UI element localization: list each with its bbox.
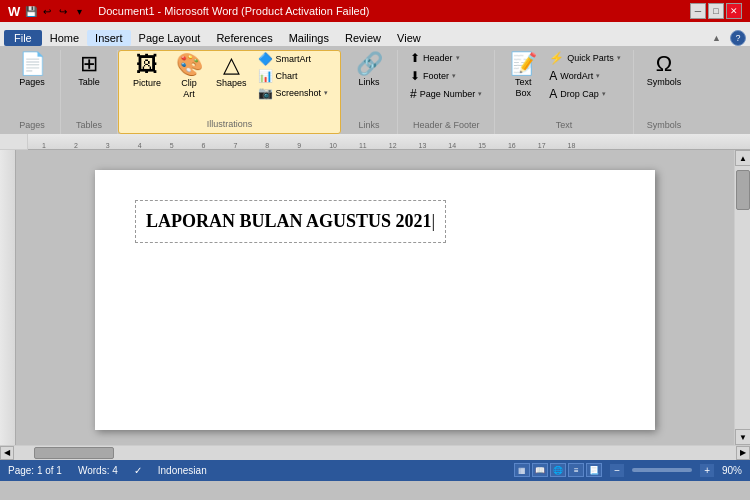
header-footer-group: ⬆ Header ▾ ⬇ Footer ▾ # Page Number ▾ He… xyxy=(398,50,495,134)
scrollbar-right-button[interactable]: ▶ xyxy=(736,446,750,460)
chart-button[interactable]: 📊 Chart xyxy=(254,68,333,84)
scrollbar-thumb[interactable] xyxy=(736,170,750,210)
textbox-button[interactable]: 📝 TextBox xyxy=(503,50,543,102)
scrollbar-up-button[interactable]: ▲ xyxy=(735,150,750,166)
screenshot-icon: 📷 xyxy=(258,86,273,100)
tab-page-layout[interactable]: Page Layout xyxy=(131,30,209,46)
vertical-ruler xyxy=(0,150,16,445)
scrollbar-h-thumb[interactable] xyxy=(34,447,114,459)
ribbon-tabs: File Home Insert Page Layout References … xyxy=(0,22,750,46)
restore-button[interactable]: □ xyxy=(708,3,724,19)
spell-check-icon: ✓ xyxy=(134,465,142,476)
tab-review[interactable]: Review xyxy=(337,30,389,46)
symbols-icon: Ω xyxy=(656,53,672,75)
footer-icon: ⬇ xyxy=(410,69,420,83)
tab-references[interactable]: References xyxy=(208,30,280,46)
tab-mailings[interactable]: Mailings xyxy=(281,30,337,46)
scrollbar-down-button[interactable]: ▼ xyxy=(735,429,750,445)
status-bar: Page: 1 of 1 Words: 4 ✓ Indonesian ▦ 📖 🌐… xyxy=(0,459,750,481)
file-menu[interactable]: File xyxy=(4,30,42,46)
dropcap-button[interactable]: A Drop Cap ▾ xyxy=(545,86,625,102)
illustrations-group: 🖼 Picture 🎨 ClipArt △ Shapes 🔷 SmartArt … xyxy=(118,50,341,134)
table-button[interactable]: ⊞ Table xyxy=(69,50,109,91)
redo-icon[interactable]: ↪ xyxy=(56,4,70,18)
zoom-slider[interactable] xyxy=(632,468,692,472)
horizontal-ruler: 1 2 3 4 5 6 7 8 9 10 11 12 13 14 15 16 1… xyxy=(28,134,750,150)
close-button[interactable]: ✕ xyxy=(726,3,742,19)
table-icon: ⊞ xyxy=(80,53,98,75)
shapes-button[interactable]: △ Shapes xyxy=(211,51,252,92)
tab-insert[interactable]: Insert xyxy=(87,30,131,46)
clipart-button[interactable]: 🎨 ClipArt xyxy=(169,51,209,103)
document-content[interactable]: LAPORAN BULAN AGUSTUS 2021 xyxy=(135,200,446,243)
links-group: 🔗 Links Links xyxy=(341,50,398,134)
chart-icon: 📊 xyxy=(258,69,273,83)
wordart-icon: A xyxy=(549,69,557,83)
quickparts-dropdown-arrow: ▾ xyxy=(617,54,621,62)
view-buttons: ▦ 📖 🌐 ≡ 📃 xyxy=(514,463,602,477)
pages-group-label: Pages xyxy=(19,120,45,130)
title-bar: W 💾 ↩ ↪ ▾ Document1 - Microsoft Word (Pr… xyxy=(0,0,750,22)
outline-button[interactable]: ≡ xyxy=(568,463,584,477)
ruler-corner xyxy=(0,134,28,150)
language[interactable]: Indonesian xyxy=(158,465,207,476)
undo-icon[interactable]: ↩ xyxy=(40,4,54,18)
footer-dropdown-arrow: ▾ xyxy=(452,72,456,80)
header-button[interactable]: ⬆ Header ▾ xyxy=(406,50,486,66)
help-icon[interactable]: ? xyxy=(730,30,746,46)
picture-button[interactable]: 🖼 Picture xyxy=(127,51,167,92)
pages-button[interactable]: 📄 Pages xyxy=(12,50,52,91)
document-page: LAPORAN BULAN AGUSTUS 2021 xyxy=(95,170,655,430)
save-icon[interactable]: 💾 xyxy=(24,4,38,18)
shapes-icon: △ xyxy=(223,54,240,76)
page-number-icon: # xyxy=(410,87,417,101)
minimize-button[interactable]: ─ xyxy=(690,3,706,19)
title-bar-left: W 💾 ↩ ↪ ▾ Document1 - Microsoft Word (Pr… xyxy=(8,4,370,19)
text-group: 📝 TextBox ⚡ Quick Parts ▾ A WordArt ▾ A … xyxy=(495,50,634,134)
tab-view[interactable]: View xyxy=(389,30,429,46)
full-reading-button[interactable]: 📖 xyxy=(532,463,548,477)
scrollbar-left-button[interactable]: ◀ xyxy=(0,446,14,460)
quickparts-icon: ⚡ xyxy=(549,51,564,65)
text-group-label: Text xyxy=(556,120,573,130)
links-button[interactable]: 🔗 Links xyxy=(349,50,389,91)
tab-home[interactable]: Home xyxy=(42,30,87,46)
pagenumber-dropdown-arrow: ▾ xyxy=(478,90,482,98)
wordart-button[interactable]: A WordArt ▾ xyxy=(545,68,625,84)
footer-button[interactable]: ⬇ Footer ▾ xyxy=(406,68,486,84)
doc-wrapper: LAPORAN BULAN AGUSTUS 2021 ▲ ▼ xyxy=(0,150,750,445)
screenshot-button[interactable]: 📷 Screenshot ▾ xyxy=(254,85,333,101)
draft-button[interactable]: 📃 xyxy=(586,463,602,477)
dropcap-dropdown-arrow: ▾ xyxy=(602,90,606,98)
zoom-level[interactable]: 90% xyxy=(722,465,742,476)
vertical-scrollbar: ▲ ▼ xyxy=(734,150,750,445)
horizontal-scrollbar: ◀ ▶ xyxy=(0,445,750,459)
picture-icon: 🖼 xyxy=(136,54,158,76)
symbols-group-label: Symbols xyxy=(647,120,682,130)
ruler-ticks: 1 2 3 4 5 6 7 8 9 10 11 12 13 14 15 16 1… xyxy=(28,134,750,149)
links-icon: 🔗 xyxy=(356,53,383,75)
web-layout-button[interactable]: 🌐 xyxy=(550,463,566,477)
links-group-label: Links xyxy=(359,120,380,130)
print-layout-button[interactable]: ▦ xyxy=(514,463,530,477)
scrollbar-track xyxy=(735,166,750,429)
header-icon: ⬆ xyxy=(410,51,420,65)
illustrations-group-label: Illustrations xyxy=(207,119,253,129)
symbols-button[interactable]: Ω Symbols xyxy=(642,50,687,91)
scrollbar-h-track xyxy=(14,446,736,460)
header-footer-group-label: Header & Footer xyxy=(413,120,480,130)
page-number-button[interactable]: # Page Number ▾ xyxy=(406,86,486,102)
zoom-in-button[interactable]: + xyxy=(700,464,714,477)
ribbon-nav: ▲ ? xyxy=(709,30,746,46)
smartart-icon: 🔷 xyxy=(258,52,273,66)
window-title: Document1 - Microsoft Word (Product Acti… xyxy=(98,5,369,17)
ribbon-collapse[interactable]: ▲ xyxy=(709,32,724,44)
quickparts-button[interactable]: ⚡ Quick Parts ▾ xyxy=(545,50,625,66)
ruler-area: 1 2 3 4 5 6 7 8 9 10 11 12 13 14 15 16 1… xyxy=(0,134,750,150)
zoom-out-button[interactable]: − xyxy=(610,464,624,477)
customize-icon[interactable]: ▾ xyxy=(72,4,86,18)
tables-group-label: Tables xyxy=(76,120,102,130)
status-right: ▦ 📖 🌐 ≡ 📃 − + 90% xyxy=(514,463,742,477)
smartart-button[interactable]: 🔷 SmartArt xyxy=(254,51,333,67)
illus-small-group: 🔷 SmartArt 📊 Chart 📷 Screenshot ▾ xyxy=(254,51,333,119)
